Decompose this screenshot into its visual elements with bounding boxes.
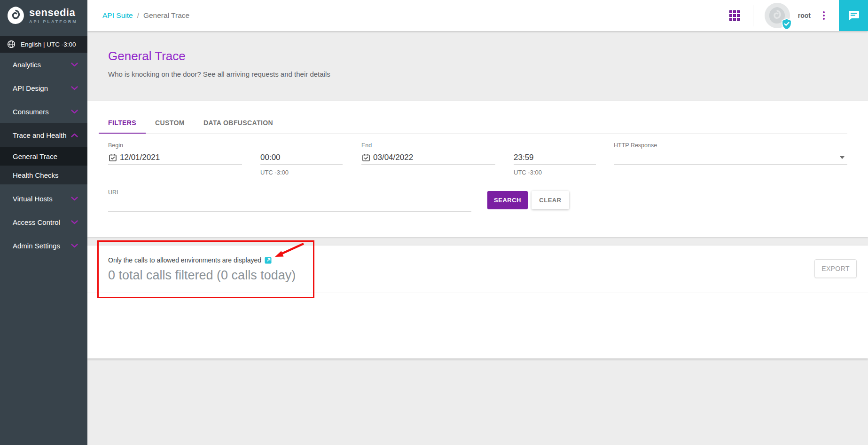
brand-tagline: API PLATFORM [29,20,78,24]
sidebar: sensedia API PLATFORM English | UTC -3:0… [0,0,87,445]
end-date-field[interactable]: End 03/04/2022 [361,142,495,176]
chevron-down-icon [71,197,78,201]
environments-notice: Only the calls to allowed environments a… [87,246,868,264]
top-bar: API Suite / General Trace [87,0,868,31]
sidebar-item-label: Virtual Hosts [13,195,53,203]
open-in-new-icon[interactable] [265,257,272,264]
begin-time-field[interactable]: 00:00 UTC -3:00 [260,142,343,176]
locale-selector[interactable]: English | UTC -3:00 [0,36,87,53]
uri-input[interactable] [108,198,471,211]
export-button[interactable]: EXPORT [814,259,857,278]
results-divider [87,293,868,293]
sidebar-item-api-design[interactable]: API Design [0,76,87,100]
sidebar-item-health-checks[interactable]: Health Checks [0,166,87,184]
sidebar-item-virtual-hosts[interactable]: Virtual Hosts [0,187,87,210]
caret-down-icon [840,156,845,159]
http-response-select[interactable]: HTTP Response [614,142,847,176]
sidebar-item-access-control[interactable]: Access Control [0,210,87,234]
chat-icon [846,8,860,23]
apps-grid-icon[interactable] [729,10,740,21]
page-title: General Trace [108,49,868,64]
end-date-value: 03/04/2022 [373,153,413,162]
sidebar-item-admin-settings[interactable]: Admin Settings [0,234,87,257]
end-time-value: 23:59 [514,153,534,162]
user-name: root [798,12,811,19]
sidebar-item-consumers[interactable]: Consumers [0,100,87,123]
tab-filters[interactable]: FILTERS [99,112,146,134]
uri-label: URI [108,189,471,197]
http-response-label: HTTP Response [614,142,847,150]
sensedia-swirl-icon [6,6,26,25]
breadcrumb: API Suite / General Trace [87,11,189,20]
page-header: General Trace Who is knocking on the doo… [87,31,868,101]
chevron-down-icon [71,244,78,248]
begin-date-field[interactable]: Begin 12/01/2021 [108,142,242,176]
locale-label: English | UTC -3:00 [21,41,76,48]
calls-summary: 0 total calls filtered (0 calls today) [87,268,868,283]
header-actions: root [729,0,868,31]
sidebar-item-label: API Design [13,84,48,92]
chevron-up-icon [71,133,78,137]
main-content: General Trace Who is knocking on the doo… [87,31,868,445]
more-vertical-icon[interactable] [823,11,825,20]
chevron-down-icon [71,63,78,67]
sidebar-item-analytics[interactable]: Analytics [0,53,87,76]
sidebar-item-label: Admin Settings [13,242,60,250]
clear-button[interactable]: CLEAR [532,191,569,209]
breadcrumb-separator: / [137,11,139,20]
results-section: Only the calls to allowed environments a… [87,246,868,358]
sidebar-item-label: Access Control [13,218,60,226]
breadcrumb-api-suite[interactable]: API Suite [102,11,133,20]
app-root: sensedia API PLATFORM English | UTC -3:0… [0,0,868,445]
sidebar-nav: Analytics API Design Consumers Trace and… [0,53,87,257]
begin-label: Begin [108,142,242,150]
sidebar-item-general-trace[interactable]: General Trace [0,147,87,166]
begin-date-value: 12/01/2021 [120,153,160,162]
end-label: End [361,142,495,150]
brand-name: sensedia [29,8,78,18]
verified-shield-icon [781,18,793,30]
avatar[interactable] [765,3,790,28]
sidebar-item-label: Consumers [13,108,49,116]
end-time-field[interactable]: 23:59 UTC -3:00 [514,142,596,176]
page-subtitle: Who is knocking on the door? See all arr… [108,70,868,78]
sidebar-item-trace-and-health[interactable]: Trace and Health [0,123,87,147]
calendar-check-icon [108,153,117,162]
begin-time-value: 00:00 [260,153,281,162]
chevron-down-icon [71,86,78,90]
chevron-down-icon [71,220,78,224]
sidebar-group-trace-and-health: Trace and Health General Trace Health Ch… [0,123,87,184]
section-gap [87,237,868,246]
uri-field[interactable]: URI [108,189,471,212]
filter-row-uri: URI SEARCH CLEAR [108,189,847,212]
header-divider [753,5,753,26]
sidebar-item-label: Trace and Health [13,131,67,139]
end-timezone: UTC -3:00 [514,169,596,176]
calendar-check-icon [361,153,371,162]
filters-card: FILTERS CUSTOM DATA OBFUSCATION Begin 12… [87,101,868,237]
breadcrumb-current: General Trace [143,11,189,20]
tab-data-obfuscation[interactable]: DATA OBFUSCATION [194,112,282,134]
support-chat-button[interactable] [839,0,868,31]
sidebar-item-label: Analytics [13,61,41,69]
chevron-down-icon [71,110,78,114]
tab-bar: FILTERS CUSTOM DATA OBFUSCATION [99,101,847,134]
globe-icon [7,40,16,48]
brand-logo[interactable]: sensedia API PLATFORM [0,0,87,31]
search-button[interactable]: SEARCH [487,191,528,209]
notice-text: Only the calls to allowed environments a… [108,256,261,264]
begin-timezone: UTC -3:00 [260,169,343,176]
tab-custom[interactable]: CUSTOM [146,112,194,134]
sidebar-subitem-label: Health Checks [13,171,59,179]
sidebar-subitem-label: General Trace [13,152,57,160]
page-footer-area [87,358,868,445]
filter-row-dates: Begin 12/01/2021 00:00 UTC -3:0 [108,142,847,176]
